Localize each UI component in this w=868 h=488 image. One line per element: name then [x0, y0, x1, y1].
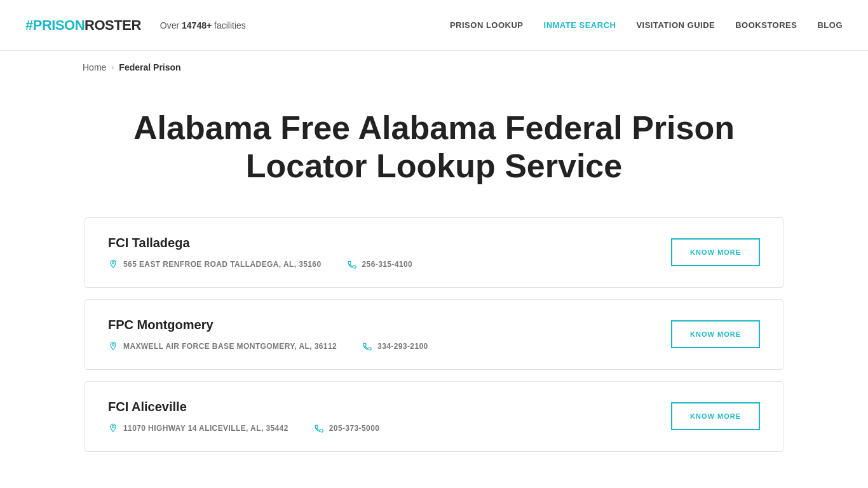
site-header: #PRISONROSTER Over 14748+ facilities PRI…	[0, 0, 868, 51]
facilities-suffix: facilities	[212, 20, 246, 30]
prison-address-0: 565 EAST RENFROE ROAD TALLADEGA, AL, 351…	[108, 259, 322, 269]
logo-roster: ROSTER	[85, 17, 141, 34]
phone-icon-0	[347, 259, 357, 269]
prison-card-0: FCI Talladega 565 EAST RENFROE ROAD TALL…	[85, 217, 783, 288]
prison-phone-text-0: 256-315-4100	[362, 260, 413, 269]
facilities-count-text: Over 14748+ facilities	[160, 20, 246, 30]
svg-point-0	[112, 261, 114, 263]
prison-name-1: FPC Montgomery	[108, 318, 671, 332]
prison-name-2: FCI Aliceville	[108, 400, 671, 414]
prison-address-1: MAXWELL AIR FORCE BASE MONTGOMERY, AL, 3…	[108, 341, 337, 351]
breadcrumb-separator: ›	[111, 63, 114, 72]
card-details-2: 11070 HIGHWAY 14 ALICEVILLE, AL, 35442 2…	[108, 423, 671, 433]
page-title: Alabama Free Alabama Federal Prison Loca…	[85, 109, 783, 186]
prison-phone-text-2: 205-373-5000	[329, 424, 380, 433]
nav-bookstores[interactable]: BOOKSTORES	[735, 20, 797, 30]
card-details-1: MAXWELL AIR FORCE BASE MONTGOMERY, AL, 3…	[108, 341, 671, 351]
pin-icon-1	[108, 341, 118, 351]
card-info-1: FPC Montgomery MAXWELL AIR FORCE BASE MO…	[108, 318, 671, 351]
nav-prison-lookup[interactable]: PRISON LOOKUP	[450, 20, 524, 30]
prison-card-2: FCI Aliceville 11070 HIGHWAY 14 ALICEVIL…	[85, 381, 783, 452]
facilities-prefix: Over	[160, 20, 182, 30]
main-content: Alabama Free Alabama Federal Prison Loca…	[72, 84, 796, 488]
site-logo[interactable]: #PRISONROSTER	[25, 17, 141, 34]
logo-prison: PRISON	[33, 17, 85, 34]
main-nav: PRISON LOOKUP INMATE SEARCH VISITATION G…	[450, 20, 843, 30]
pin-icon-2	[108, 423, 118, 433]
svg-point-1	[112, 343, 114, 345]
know-more-button-2[interactable]: KNOW MORE	[671, 402, 760, 430]
card-details-0: 565 EAST RENFROE ROAD TALLADEGA, AL, 351…	[108, 259, 671, 269]
nav-inmate-search[interactable]: INMATE SEARCH	[544, 20, 616, 30]
pin-icon-0	[108, 259, 118, 269]
prison-address-text-1: MAXWELL AIR FORCE BASE MONTGOMERY, AL, 3…	[123, 342, 337, 351]
phone-icon-1	[362, 341, 372, 351]
logo-hash: #	[25, 17, 33, 34]
know-more-button-0[interactable]: KNOW MORE	[671, 238, 760, 266]
nav-blog[interactable]: BLOG	[817, 20, 843, 30]
prison-phone-1: 334-293-2100	[362, 341, 428, 351]
nav-visitation-guide[interactable]: VISITATION GUIDE	[636, 20, 715, 30]
prison-phone-text-1: 334-293-2100	[377, 342, 428, 351]
breadcrumb-home[interactable]: Home	[83, 62, 106, 72]
facilities-number: 14748+	[182, 20, 212, 30]
know-more-button-1[interactable]: KNOW MORE	[671, 320, 760, 348]
breadcrumb: Home › Federal Prison	[0, 51, 868, 84]
phone-icon-2	[314, 423, 324, 433]
prison-card-1: FPC Montgomery MAXWELL AIR FORCE BASE MO…	[85, 299, 783, 370]
prison-phone-0: 256-315-4100	[347, 259, 413, 269]
prison-address-2: 11070 HIGHWAY 14 ALICEVILLE, AL, 35442	[108, 423, 288, 433]
prison-address-text-2: 11070 HIGHWAY 14 ALICEVILLE, AL, 35442	[123, 424, 288, 433]
svg-point-2	[112, 425, 114, 427]
prison-name-0: FCI Talladega	[108, 236, 671, 250]
card-info-0: FCI Talladega 565 EAST RENFROE ROAD TALL…	[108, 236, 671, 269]
breadcrumb-current: Federal Prison	[119, 62, 180, 72]
card-info-2: FCI Aliceville 11070 HIGHWAY 14 ALICEVIL…	[108, 400, 671, 433]
prison-address-text-0: 565 EAST RENFROE ROAD TALLADEGA, AL, 351…	[123, 260, 322, 269]
prison-phone-2: 205-373-5000	[314, 423, 380, 433]
